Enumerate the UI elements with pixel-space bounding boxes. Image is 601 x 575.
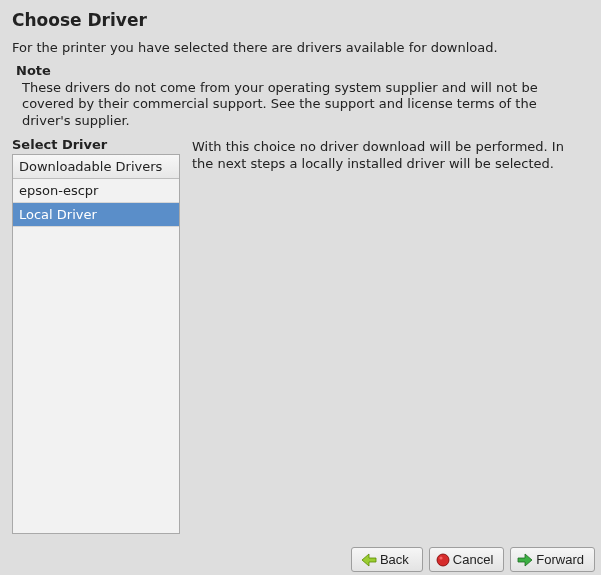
forward-button[interactable]: Forward [510,547,595,572]
cancel-button[interactable]: Cancel [429,547,504,572]
driver-description: With this choice no driver download will… [192,139,589,173]
note-text: These drivers do not come from your oper… [16,80,589,129]
button-bar: Back Cancel Forward [351,547,595,572]
list-item-label: Local Driver [19,207,97,222]
select-driver-label: Select Driver [12,137,182,152]
driver-listbox[interactable]: Downloadable Drivers epson-escpr Local D… [12,154,180,534]
list-item-label: epson-escpr [19,183,98,198]
list-item[interactable]: Local Driver [13,203,179,227]
driver-list-column-header[interactable]: Downloadable Drivers [13,155,179,179]
page-title: Choose Driver [12,10,589,30]
back-button[interactable]: Back [351,547,423,572]
stop-icon [436,553,450,567]
intro-text: For the printer you have selected there … [12,40,589,55]
arrow-left-icon [361,553,377,567]
cancel-button-label: Cancel [453,552,493,567]
svg-point-0 [437,554,449,566]
svg-point-1 [439,556,442,559]
list-item[interactable]: epson-escpr [13,179,179,203]
back-button-label: Back [380,552,409,567]
arrow-right-icon [517,553,533,567]
forward-button-label: Forward [536,552,584,567]
note-heading: Note [16,63,589,78]
note-block: Note These drivers do not come from your… [16,63,589,129]
